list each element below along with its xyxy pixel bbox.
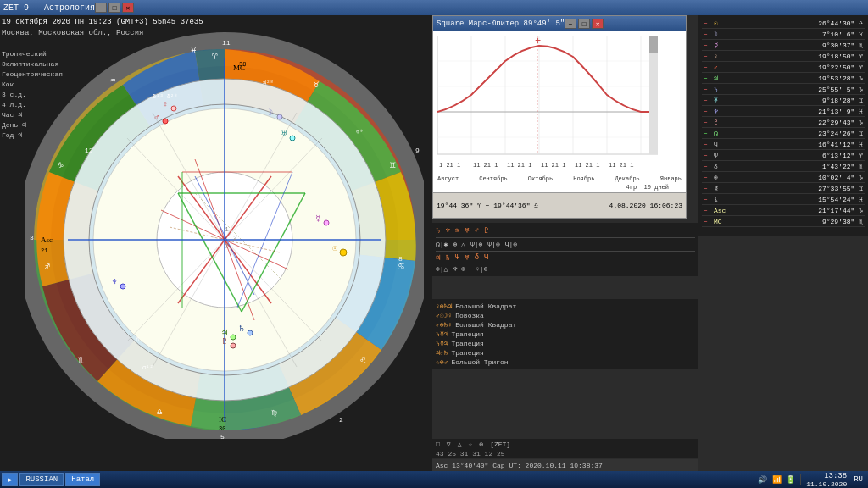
popup-maximize[interactable]: □ xyxy=(578,19,590,29)
svg-point-35 xyxy=(277,114,282,119)
pattern-7: ☆⊕♂ Большой Тригон xyxy=(436,358,695,366)
svg-point-49 xyxy=(120,284,125,289)
svg-text:9: 9 xyxy=(415,147,420,154)
svg-text:11 21 1: 11 21 1 xyxy=(507,162,531,169)
month-labels: Август Сентябрь Октябрь Ноябрь Декабрь Я… xyxy=(437,175,682,182)
svg-text:♐: ♐ xyxy=(44,262,50,272)
planet-psi: − Ψ 6°13'12" ♈ xyxy=(702,151,865,161)
svg-text:♌: ♌ xyxy=(360,355,366,365)
planet-chiron: − ⚷ 27°33'55" ♊ xyxy=(702,184,865,194)
close-button[interactable]: ✕ xyxy=(122,3,134,13)
svg-point-37 xyxy=(324,220,329,225)
taskbar-natal[interactable]: Натал xyxy=(65,473,100,486)
planet-mc: − MC 9°29'38" ♏ xyxy=(702,217,865,227)
clock-time: 13:38 xyxy=(806,472,847,480)
svg-point-43 xyxy=(231,335,236,340)
planet-earth: − ⊕ 10°02' 4" ♑ xyxy=(702,173,865,183)
minimize-button[interactable]: − xyxy=(95,3,107,13)
svg-text:♓: ♓ xyxy=(191,46,197,56)
svg-text:1: 1 xyxy=(225,225,229,233)
svg-text:☿: ☿ xyxy=(315,214,320,224)
asc-status: Asc 13°40'40" Cap UT: 2020.10.11 10:38:3… xyxy=(436,462,603,469)
planet-delta: − δ 1°43'22" ♏ xyxy=(702,162,865,172)
system-tray: 🔊 📶 🔋 13:38 11.10.2020 RU xyxy=(758,472,866,488)
planet-asc: − Asc 21°17'44" ♑ xyxy=(702,206,865,216)
svg-text:11 21 1: 11 21 1 xyxy=(541,162,565,169)
titlebar: ZET 9 - Астрология − □ ✕ xyxy=(0,0,868,15)
aspect-row-4: ⊕|△ ♆|⊕ ♀|⊕ xyxy=(436,265,695,273)
svg-text:11 21 1: 11 21 1 xyxy=(609,162,633,169)
taskbar-start[interactable]: ▶ xyxy=(2,473,18,486)
svg-rect-100 xyxy=(649,36,658,154)
right-panel: RAM: 69 % CPU: 33 % Square Марс-Юпитер 8… xyxy=(432,15,868,471)
main-content: 19 октября 2020 Пн 19:23 (GMT+3) 55n45 3… xyxy=(0,15,868,471)
planet-node: − ☊ 23°24'26" ♊ xyxy=(702,129,865,139)
svg-point-51 xyxy=(231,343,236,348)
planet-uranus: − ♅ 9°18'28" ♊ xyxy=(702,96,865,106)
popup-close[interactable]: ✕ xyxy=(592,19,604,29)
planet-moon: − ☽ 7°10' 6" ♉ xyxy=(702,30,865,40)
svg-text:♒: ♒ xyxy=(110,75,116,86)
taskbar-clock: 13:38 11.10.2020 xyxy=(806,472,847,488)
svg-text:♉: ♉ xyxy=(314,80,320,90)
svg-text:♏: ♏ xyxy=(78,355,84,365)
svg-text:2: 2 xyxy=(233,234,237,241)
svg-rect-101 xyxy=(649,36,658,53)
svg-text:♀: ♀ xyxy=(163,100,168,109)
svg-text:☉: ☉ xyxy=(332,244,337,253)
svg-text:♍: ♍ xyxy=(271,408,277,418)
svg-text:♇: ♇ xyxy=(222,337,227,347)
wheel-svg: MC 38 IC 30 Asc 21 ☉ ☽ xyxy=(25,24,424,439)
planet-ch: − Ч 16°41'12" ♓ xyxy=(702,140,865,150)
svg-text:♋: ♋ xyxy=(398,262,404,272)
svg-text:IC: IC xyxy=(219,415,226,424)
planet-jupiter: − ♃ 19°53'28" ♑ xyxy=(702,74,865,84)
astro-wheel[interactable]: MC 38 IC 30 Asc 21 ☉ ☽ xyxy=(25,24,424,439)
svg-text:+: + xyxy=(535,36,541,47)
taskbar-language: RU xyxy=(850,475,866,484)
pattern-2: ♂☉☽♀ Повозка xyxy=(436,312,695,319)
pattern-6: ♃♂♄ Трапеция xyxy=(436,349,695,357)
pattern-3: ♂⊕♄♀ Большой Квадрат xyxy=(436,321,695,329)
svg-text:5: 5 xyxy=(220,433,225,439)
svg-text:6: 6 xyxy=(136,336,140,343)
maximize-button[interactable]: □ xyxy=(108,3,120,13)
svg-text:♃²⁸: ♃²⁸ xyxy=(263,80,274,86)
planet-pluto: − ♇ 22°29'43" ♑ xyxy=(702,118,865,128)
svg-text:11 21 1: 11 21 1 xyxy=(473,162,498,169)
planet-venus: − ♀ 19°18'50" ♈ xyxy=(702,52,865,62)
svg-point-41 xyxy=(163,119,168,124)
status-bar: Asc 13°40'40" Cap UT: 2020.10.11 10:38:3… xyxy=(432,459,698,471)
pattern-4: ♄☿♃ Трапеция xyxy=(436,330,695,338)
svg-text:δ¹³ δ²⁸: δ¹³ δ²⁸ xyxy=(153,93,177,100)
taskbar-label-russian: RUSSIAN xyxy=(25,475,58,484)
svg-text:7: 7 xyxy=(225,242,229,250)
svg-text:30: 30 xyxy=(219,425,225,432)
chart-panel: 19 октября 2020 Пн 19:23 (GMT+3) 55n45 3… xyxy=(0,15,432,471)
popup-content: + 1 21 1 11 21 1 11 21 1 11 21 1 11 21 1… xyxy=(433,31,686,218)
pattern-1: ♀⊕♄♃ Большой Квадрат xyxy=(436,302,695,310)
svg-text:Asc: Asc xyxy=(41,236,53,244)
tray-separator xyxy=(800,474,801,485)
svg-text:♄: ♄ xyxy=(239,324,244,334)
aspect-grid-panel: ♄ ♆ ♃ ♅ ♂ ♇ ☊|✱ ⊕|△ Ψ|⊕ Ψ|⊕ Ч|⊕ ♃ ♄ Ψ ♅ … xyxy=(432,223,698,276)
popup-date: 4.08.2020 16:06:23 xyxy=(609,202,682,209)
bottom-number-row: 43 25 31 31 12 25 xyxy=(432,449,698,458)
planet-mars: − ♂ 19°22'50" ♈ xyxy=(702,63,865,73)
planet-neptune: − ♆ 21°13' 9" ♓ xyxy=(702,107,865,117)
taskbar-label-natal: Натал xyxy=(71,475,94,484)
planet-mercury: − ☿ 9°30'37" ♏ xyxy=(702,41,865,51)
svg-point-39 xyxy=(171,106,176,111)
taskbar: ▶ RUSSIAN Натал 🔊 📶 🔋 13:38 11.10.2020 R… xyxy=(0,471,868,488)
popup-window[interactable]: Square Марс-Юпитер 89°49' 5" − □ ✕ xyxy=(432,15,687,219)
svg-text:♑: ♑ xyxy=(58,160,64,170)
svg-text:♅: ♅ xyxy=(281,130,287,139)
titlebar-title: ZET 9 - Астрология xyxy=(3,3,95,13)
svg-text:38: 38 xyxy=(239,61,246,68)
svg-text:☽: ☽ xyxy=(268,108,273,118)
pattern-5: ♄☿♃ Трапеция xyxy=(436,340,695,347)
planet-lilith: − ⚸ 15°54'24" ♓ xyxy=(702,195,865,205)
svg-text:♈: ♈ xyxy=(212,52,218,62)
taskbar-russian[interactable]: RUSSIAN xyxy=(19,473,64,486)
popup-minimize[interactable]: − xyxy=(565,19,576,29)
